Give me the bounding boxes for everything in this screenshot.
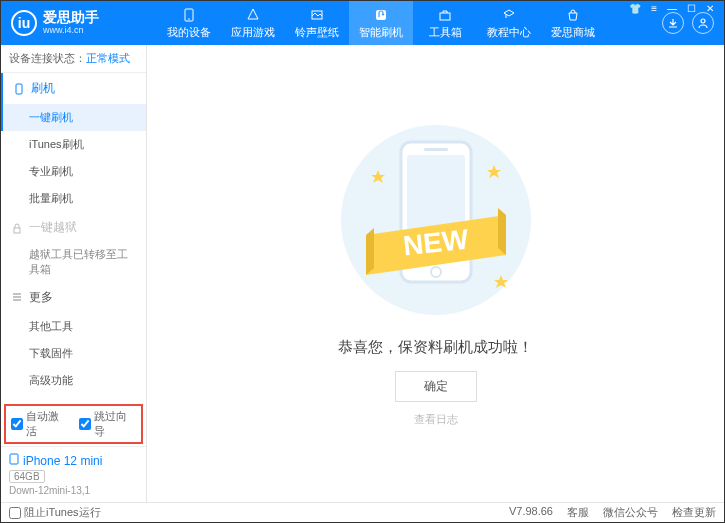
skin-button[interactable]: 👕 bbox=[627, 3, 643, 14]
nav-toolbox[interactable]: 工具箱 bbox=[413, 1, 477, 45]
nav-store[interactable]: 爱思商城 bbox=[541, 1, 605, 45]
wechat-link[interactable]: 微信公众号 bbox=[603, 505, 658, 520]
block-itunes-checkbox[interactable]: 阻止iTunes运行 bbox=[9, 505, 101, 520]
svg-rect-13 bbox=[424, 148, 448, 151]
auto-activate-checkbox[interactable]: 自动激活 bbox=[11, 409, 69, 439]
options-highlight: 自动激活 跳过向导 bbox=[4, 404, 143, 444]
nav-label: 我的设备 bbox=[167, 25, 211, 40]
sidebar-item-other-tools[interactable]: 其他工具 bbox=[1, 313, 146, 340]
device-info[interactable]: iPhone 12 mini 64GB Down-12mini-13,1 bbox=[1, 446, 146, 502]
nav-my-device[interactable]: 我的设备 bbox=[157, 1, 221, 45]
svg-rect-7 bbox=[14, 228, 20, 233]
status-value: 正常模式 bbox=[86, 52, 130, 64]
section-label: 更多 bbox=[29, 289, 53, 306]
lock-icon bbox=[11, 222, 23, 234]
toolbox-icon bbox=[437, 7, 453, 23]
close-button[interactable]: ✕ bbox=[704, 3, 716, 14]
update-link[interactable]: 检查更新 bbox=[672, 505, 716, 520]
svg-rect-6 bbox=[16, 84, 22, 94]
checkbox-label: 跳过向导 bbox=[94, 409, 137, 439]
logo-area: iu 爱思助手 www.i4.cn bbox=[11, 10, 157, 36]
nav-label: 智能刷机 bbox=[359, 25, 403, 40]
main-content: NEW 恭喜您，保资料刷机成功啦！ 确定 查看日志 bbox=[147, 45, 724, 502]
nav-label: 教程中心 bbox=[487, 25, 531, 40]
user-button[interactable] bbox=[692, 12, 714, 34]
skip-wizard-checkbox[interactable]: 跳过向导 bbox=[79, 409, 137, 439]
phone-icon bbox=[9, 453, 19, 468]
device-sub: Down-12mini-13,1 bbox=[9, 485, 138, 496]
main-nav: 我的设备 应用游戏 铃声壁纸 智能刷机 工具箱 教程中心 爱思商城 bbox=[157, 1, 662, 45]
nav-ringtone[interactable]: 铃声壁纸 bbox=[285, 1, 349, 45]
connection-status: 设备连接状态：正常模式 bbox=[1, 45, 146, 73]
checkbox-label: 自动激活 bbox=[26, 409, 69, 439]
phone-icon bbox=[181, 7, 197, 23]
sidebar-item-advanced[interactable]: 高级功能 bbox=[1, 367, 146, 394]
more-icon bbox=[11, 291, 23, 303]
svg-rect-4 bbox=[440, 13, 450, 20]
nav-tutorial[interactable]: 教程中心 bbox=[477, 1, 541, 45]
section-label: 刷机 bbox=[31, 80, 55, 97]
svg-rect-8 bbox=[10, 454, 18, 464]
wallpaper-icon bbox=[309, 7, 325, 23]
device-name: iPhone 12 mini bbox=[23, 454, 102, 468]
checkbox-label: 阻止iTunes运行 bbox=[24, 505, 101, 520]
minimize-button[interactable]: — bbox=[665, 3, 679, 14]
phone-illustration: NEW bbox=[371, 120, 501, 320]
success-message: 恭喜您，保资料刷机成功啦！ bbox=[338, 338, 533, 357]
nav-label: 爱思商城 bbox=[551, 25, 595, 40]
tutorial-icon bbox=[501, 7, 517, 23]
nav-label: 应用游戏 bbox=[231, 25, 275, 40]
storage-badge: 64GB bbox=[9, 470, 45, 483]
brand-name: 爱思助手 bbox=[43, 10, 99, 25]
sidebar-item-oneclick-flash[interactable]: 一键刷机 bbox=[1, 104, 146, 131]
jailbreak-note: 越狱工具已转移至工具箱 bbox=[1, 243, 146, 282]
nav-label: 工具箱 bbox=[429, 25, 462, 40]
ok-button[interactable]: 确定 bbox=[395, 371, 477, 402]
maximize-button[interactable]: ☐ bbox=[685, 3, 698, 14]
brand-url: www.i4.cn bbox=[43, 26, 99, 36]
section-flash[interactable]: 刷机 bbox=[1, 73, 146, 104]
svg-point-1 bbox=[188, 18, 190, 20]
sidebar-item-batch-flash[interactable]: 批量刷机 bbox=[1, 185, 146, 212]
store-icon bbox=[565, 7, 581, 23]
section-jailbreak[interactable]: 一键越狱 bbox=[1, 212, 146, 243]
apps-icon bbox=[245, 7, 261, 23]
phone-icon bbox=[13, 83, 25, 95]
sidebar-item-itunes-flash[interactable]: iTunes刷机 bbox=[1, 131, 146, 158]
sidebar-item-pro-flash[interactable]: 专业刷机 bbox=[1, 158, 146, 185]
nav-apps[interactable]: 应用游戏 bbox=[221, 1, 285, 45]
sidebar-item-download-firmware[interactable]: 下载固件 bbox=[1, 340, 146, 367]
logo-icon: iu bbox=[11, 10, 37, 36]
view-log-link[interactable]: 查看日志 bbox=[414, 412, 458, 427]
nav-label: 铃声壁纸 bbox=[295, 25, 339, 40]
section-label: 一键越狱 bbox=[29, 219, 77, 236]
nav-flash[interactable]: 智能刷机 bbox=[349, 1, 413, 45]
download-button[interactable] bbox=[662, 12, 684, 34]
flash-icon bbox=[373, 7, 389, 23]
statusbar: 阻止iTunes运行 V7.98.66 客服 微信公众号 检查更新 bbox=[1, 502, 724, 522]
menu-button[interactable]: ≡ bbox=[649, 3, 659, 14]
sidebar: 设备连接状态：正常模式 刷机 一键刷机 iTunes刷机 专业刷机 批量刷机 一… bbox=[1, 45, 147, 502]
status-label: 设备连接状态： bbox=[9, 52, 86, 64]
svg-point-5 bbox=[701, 19, 705, 23]
section-more[interactable]: 更多 bbox=[1, 282, 146, 313]
support-link[interactable]: 客服 bbox=[567, 505, 589, 520]
version-label: V7.98.66 bbox=[509, 505, 553, 520]
titlebar: iu 爱思助手 www.i4.cn 我的设备 应用游戏 铃声壁纸 智能刷机 工具… bbox=[1, 1, 724, 45]
